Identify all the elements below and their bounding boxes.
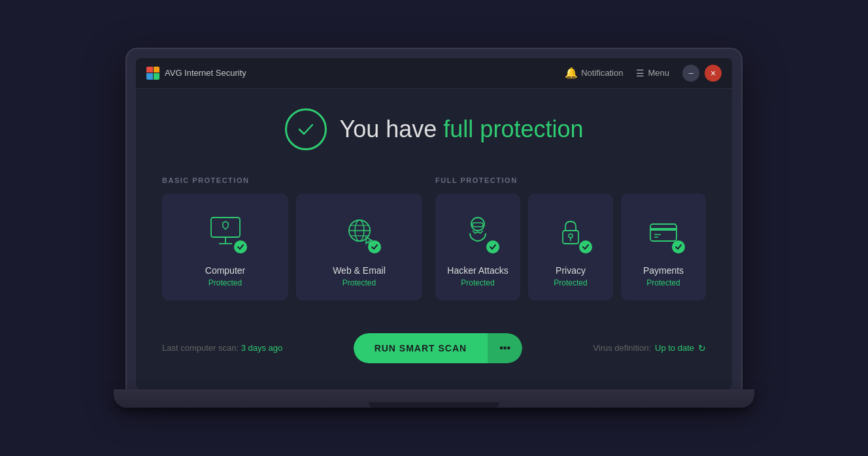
bottom-bar: Last computer scan: 3 days ago RUN SMART… [162,327,706,363]
checkmark-svg [295,119,316,140]
logo-q3 [146,73,153,80]
screen-inner: AVG Internet Security 🔔 Notification ☰ M… [136,58,732,389]
scan-info: Last computer scan: 3 days ago [162,343,282,353]
basic-cards-row: Computer Protected [162,193,422,301]
privacy-icon-wrap [548,209,593,255]
hacker-attacks-card-status: Protected [461,278,494,287]
payments-icon-wrap [641,209,686,255]
group-divider [422,176,435,301]
laptop-wrapper: AVG Internet Security 🔔 Notification ☰ M… [114,49,754,408]
full-protection-label: FULL PROTECTION [435,176,706,184]
computer-protection-card[interactable]: Computer Protected [162,193,288,301]
laptop-base [114,389,754,408]
titlebar-right: 🔔 Notification ☰ Menu − × [565,65,722,82]
hacker-attacks-check-badge [486,240,499,253]
titlebar: AVG Internet Security 🔔 Notification ☰ M… [136,58,732,89]
hacker-attacks-card-title: Hacker Attacks [447,265,508,276]
full-protection-group: FULL PROTECTION [435,176,706,301]
computer-icon-wrap [203,209,248,255]
svg-rect-9 [473,223,483,227]
titlebar-left: AVG Internet Security [146,67,246,80]
hero-section: You have full protection [162,108,706,150]
main-content: You have full protection BASIC PROTECTIO… [136,89,732,389]
protection-sections: BASIC PROTECTION [162,176,706,301]
notification-button[interactable]: 🔔 Notification [565,67,623,79]
logo-q2 [154,67,160,73]
refresh-icon[interactable]: ↻ [698,343,706,353]
app: AVG Internet Security 🔔 Notification ☰ M… [136,58,732,389]
privacy-card-title: Privacy [556,265,586,276]
scan-more-options-button[interactable]: ••• [488,333,522,363]
window-controls: − × [682,65,722,82]
virus-definition-info: Virus definition: Up to date ↻ [593,343,706,353]
web-email-protection-card[interactable]: Web & Email Protected [296,193,422,301]
hacker-attacks-protection-card[interactable]: Hacker Attacks Protected [435,193,520,301]
web-email-card-title: Web & Email [333,265,386,276]
logo-q1 [146,67,153,73]
laptop-screen: AVG Internet Security 🔔 Notification ☰ M… [127,49,741,389]
privacy-check-badge [579,240,592,253]
computer-check-badge [234,240,247,253]
computer-card-title: Computer [205,265,245,276]
run-smart-scan-button[interactable]: RUN SMART SCAN [354,333,488,363]
hero-check-icon [285,108,327,150]
svg-rect-13 [650,224,676,241]
privacy-card-status: Protected [554,278,587,287]
computer-card-status: Protected [209,278,242,287]
logo-q4 [154,73,160,80]
web-email-card-status: Protected [342,278,376,287]
web-email-check-badge [368,240,381,253]
minimize-button[interactable]: − [682,65,699,82]
svg-rect-10 [563,231,578,244]
basic-protection-group: BASIC PROTECTION [162,176,422,301]
basic-protection-label: BASIC PROTECTION [162,176,422,184]
privacy-protection-card[interactable]: Privacy Protected [528,193,613,301]
app-title: AVG Internet Security [165,68,246,78]
menu-icon: ☰ [636,68,644,78]
menu-button[interactable]: ☰ Menu [636,68,669,78]
payments-card-title: Payments [643,265,684,276]
svg-rect-0 [211,218,240,237]
payments-card-status: Protected [646,278,680,287]
full-cards-row: Hacker Attacks Protected [435,193,706,301]
close-button[interactable]: × [705,65,722,82]
hacker-attacks-icon-wrap [455,209,501,255]
svg-point-11 [569,234,573,238]
scan-button-group: RUN SMART SCAN ••• [354,333,522,363]
web-email-icon-wrap [337,209,382,255]
bell-icon: 🔔 [565,67,578,79]
avg-logo [146,67,159,80]
hero-text: You have full protection [340,116,584,143]
svg-point-8 [471,218,484,231]
payments-protection-card[interactable]: Payments Protected [621,193,706,301]
payments-check-badge [672,240,685,253]
